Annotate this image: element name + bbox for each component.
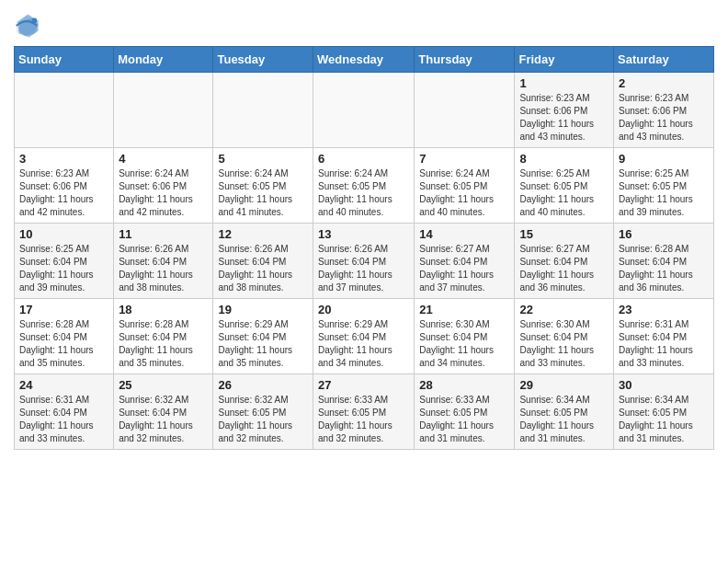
day-info: Sunrise: 6:30 AM Sunset: 6:04 PM Dayligh… — [419, 318, 509, 370]
calendar-cell: 19Sunrise: 6:29 AM Sunset: 6:04 PM Dayli… — [213, 299, 313, 374]
day-number: 20 — [318, 303, 409, 316]
day-info: Sunrise: 6:24 AM Sunset: 6:05 PM Dayligh… — [318, 167, 409, 219]
day-number: 28 — [419, 378, 509, 392]
day-number: 11 — [119, 227, 208, 241]
day-number: 2 — [619, 76, 709, 90]
calendar-header-monday: Monday — [114, 47, 213, 73]
calendar-cell: 13Sunrise: 6:26 AM Sunset: 6:04 PM Dayli… — [313, 224, 415, 299]
calendar-week-1: 1Sunrise: 6:23 AM Sunset: 6:06 PM Daylig… — [15, 73, 714, 148]
day-info: Sunrise: 6:28 AM Sunset: 6:04 PM Dayligh… — [619, 243, 709, 294]
day-info: Sunrise: 6:33 AM Sunset: 6:05 PM Dayligh… — [419, 394, 509, 445]
calendar-cell: 17Sunrise: 6:28 AM Sunset: 6:04 PM Dayli… — [15, 299, 114, 374]
calendar-header-row: SundayMondayTuesdayWednesdayThursdayFrid… — [15, 47, 714, 73]
calendar-cell — [313, 73, 415, 148]
calendar-week-5: 24Sunrise: 6:31 AM Sunset: 6:04 PM Dayli… — [15, 374, 714, 450]
day-info: Sunrise: 6:34 AM Sunset: 6:05 PM Dayligh… — [619, 394, 709, 445]
day-number: 17 — [19, 303, 108, 316]
day-number: 5 — [218, 152, 308, 166]
day-number: 9 — [619, 152, 709, 166]
day-info: Sunrise: 6:34 AM Sunset: 6:05 PM Dayligh… — [519, 394, 609, 445]
day-number: 8 — [519, 152, 609, 166]
logo-icon — [14, 13, 40, 39]
calendar-cell: 28Sunrise: 6:33 AM Sunset: 6:05 PM Dayli… — [415, 374, 515, 450]
day-info: Sunrise: 6:28 AM Sunset: 6:04 PM Dayligh… — [119, 318, 208, 370]
calendar-cell: 6Sunrise: 6:24 AM Sunset: 6:05 PM Daylig… — [313, 148, 415, 224]
day-info: Sunrise: 6:30 AM Sunset: 6:04 PM Dayligh… — [519, 318, 609, 370]
day-info: Sunrise: 6:25 AM Sunset: 6:04 PM Dayligh… — [19, 243, 108, 294]
calendar-cell: 14Sunrise: 6:27 AM Sunset: 6:04 PM Dayli… — [415, 224, 515, 299]
day-info: Sunrise: 6:26 AM Sunset: 6:04 PM Dayligh… — [218, 243, 308, 294]
day-info: Sunrise: 6:32 AM Sunset: 6:04 PM Dayligh… — [119, 394, 208, 445]
calendar-header-sunday: Sunday — [15, 47, 114, 73]
day-info: Sunrise: 6:23 AM Sunset: 6:06 PM Dayligh… — [619, 92, 709, 144]
day-info: Sunrise: 6:31 AM Sunset: 6:04 PM Dayligh… — [19, 394, 108, 445]
calendar-header-saturday: Saturday — [614, 47, 714, 73]
day-info: Sunrise: 6:32 AM Sunset: 6:05 PM Dayligh… — [218, 394, 308, 445]
day-info: Sunrise: 6:27 AM Sunset: 6:04 PM Dayligh… — [519, 243, 609, 294]
day-info: Sunrise: 6:24 AM Sunset: 6:05 PM Dayligh… — [218, 167, 308, 219]
calendar-cell: 15Sunrise: 6:27 AM Sunset: 6:04 PM Dayli… — [515, 224, 614, 299]
svg-point-4 — [32, 18, 38, 24]
calendar-week-2: 3Sunrise: 6:23 AM Sunset: 6:06 PM Daylig… — [15, 148, 714, 224]
calendar-cell: 16Sunrise: 6:28 AM Sunset: 6:04 PM Dayli… — [614, 224, 714, 299]
logo — [14, 13, 43, 39]
calendar-cell: 3Sunrise: 6:23 AM Sunset: 6:06 PM Daylig… — [15, 148, 114, 224]
day-number: 25 — [119, 378, 208, 392]
calendar-cell: 5Sunrise: 6:24 AM Sunset: 6:05 PM Daylig… — [213, 148, 313, 224]
day-info: Sunrise: 6:25 AM Sunset: 6:05 PM Dayligh… — [519, 167, 609, 219]
calendar-cell: 25Sunrise: 6:32 AM Sunset: 6:04 PM Dayli… — [114, 374, 213, 450]
day-number: 18 — [119, 303, 208, 316]
calendar-cell: 27Sunrise: 6:33 AM Sunset: 6:05 PM Dayli… — [313, 374, 415, 450]
day-number: 1 — [519, 76, 609, 90]
calendar-cell: 8Sunrise: 6:25 AM Sunset: 6:05 PM Daylig… — [515, 148, 614, 224]
calendar-header-tuesday: Tuesday — [213, 47, 313, 73]
day-info: Sunrise: 6:26 AM Sunset: 6:04 PM Dayligh… — [119, 243, 208, 294]
calendar-week-3: 10Sunrise: 6:25 AM Sunset: 6:04 PM Dayli… — [15, 224, 714, 299]
calendar-header-friday: Friday — [515, 47, 614, 73]
day-info: Sunrise: 6:29 AM Sunset: 6:04 PM Dayligh… — [318, 318, 409, 370]
day-number: 19 — [218, 303, 308, 316]
calendar-cell: 23Sunrise: 6:31 AM Sunset: 6:04 PM Dayli… — [614, 299, 714, 374]
page: SundayMondayTuesdayWednesdayThursdayFrid… — [0, 0, 728, 464]
calendar-cell: 1Sunrise: 6:23 AM Sunset: 6:06 PM Daylig… — [515, 73, 614, 148]
calendar-cell: 12Sunrise: 6:26 AM Sunset: 6:04 PM Dayli… — [213, 224, 313, 299]
day-number: 26 — [218, 378, 308, 392]
day-info: Sunrise: 6:23 AM Sunset: 6:06 PM Dayligh… — [519, 92, 609, 144]
day-number: 15 — [519, 227, 609, 241]
calendar-cell: 30Sunrise: 6:34 AM Sunset: 6:05 PM Dayli… — [614, 374, 714, 450]
calendar-cell: 7Sunrise: 6:24 AM Sunset: 6:05 PM Daylig… — [415, 148, 515, 224]
calendar-header-wednesday: Wednesday — [313, 47, 415, 73]
calendar-cell: 21Sunrise: 6:30 AM Sunset: 6:04 PM Dayli… — [415, 299, 515, 374]
calendar-cell: 18Sunrise: 6:28 AM Sunset: 6:04 PM Dayli… — [114, 299, 213, 374]
day-info: Sunrise: 6:24 AM Sunset: 6:05 PM Dayligh… — [419, 167, 509, 219]
calendar-cell: 20Sunrise: 6:29 AM Sunset: 6:04 PM Dayli… — [313, 299, 415, 374]
day-number: 14 — [419, 227, 509, 241]
calendar-cell — [114, 73, 213, 148]
day-number: 27 — [318, 378, 409, 392]
calendar-cell: 29Sunrise: 6:34 AM Sunset: 6:05 PM Dayli… — [515, 374, 614, 450]
day-number: 21 — [419, 303, 509, 316]
day-number: 23 — [619, 303, 709, 316]
calendar-cell: 26Sunrise: 6:32 AM Sunset: 6:05 PM Dayli… — [213, 374, 313, 450]
day-info: Sunrise: 6:31 AM Sunset: 6:04 PM Dayligh… — [619, 318, 709, 370]
day-info: Sunrise: 6:26 AM Sunset: 6:04 PM Dayligh… — [318, 243, 409, 294]
calendar-cell: 22Sunrise: 6:30 AM Sunset: 6:04 PM Dayli… — [515, 299, 614, 374]
day-number: 12 — [218, 227, 308, 241]
calendar-cell: 10Sunrise: 6:25 AM Sunset: 6:04 PM Dayli… — [15, 224, 114, 299]
calendar-cell: 9Sunrise: 6:25 AM Sunset: 6:05 PM Daylig… — [614, 148, 714, 224]
day-number: 7 — [419, 152, 509, 166]
day-number: 24 — [19, 378, 108, 392]
day-number: 6 — [318, 152, 409, 166]
calendar-table: SundayMondayTuesdayWednesdayThursdayFrid… — [14, 46, 714, 450]
calendar-cell — [415, 73, 515, 148]
day-number: 10 — [19, 227, 108, 241]
day-info: Sunrise: 6:33 AM Sunset: 6:05 PM Dayligh… — [318, 394, 409, 445]
calendar-cell — [213, 73, 313, 148]
day-number: 4 — [119, 152, 208, 166]
day-number: 30 — [619, 378, 709, 392]
header — [14, 9, 714, 39]
day-info: Sunrise: 6:28 AM Sunset: 6:04 PM Dayligh… — [19, 318, 108, 370]
day-number: 22 — [519, 303, 609, 316]
day-number: 3 — [19, 152, 108, 166]
day-number: 13 — [318, 227, 409, 241]
